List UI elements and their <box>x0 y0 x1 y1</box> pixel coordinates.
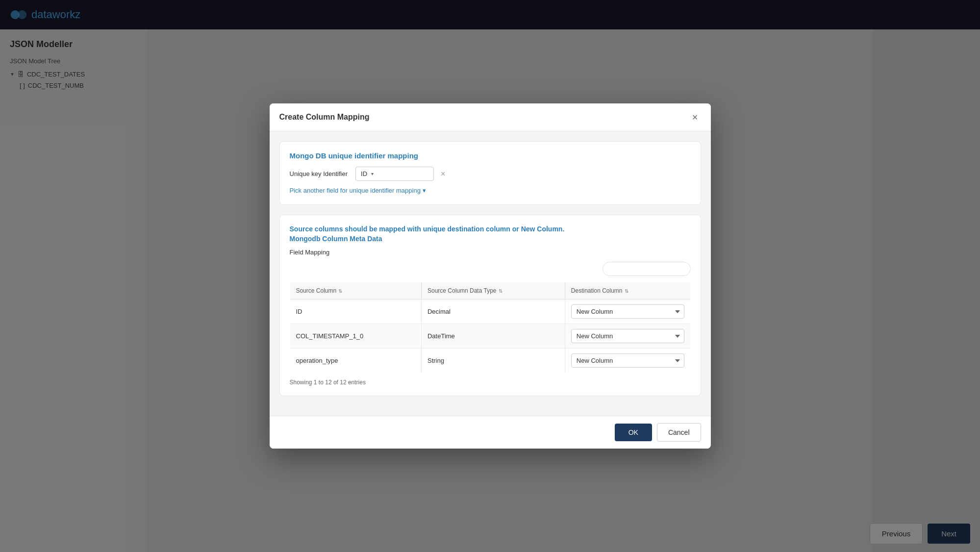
pick-another-arrow-icon: ▾ <box>423 187 426 194</box>
source-columns-subtitle: Source columns should be mapped with uni… <box>290 225 691 233</box>
unique-key-label: Unique key Identifier <box>290 170 348 177</box>
cancel-button[interactable]: Cancel <box>657 423 701 442</box>
col-header-type: Source Column Data Type ⇅ <box>421 282 565 300</box>
dialog-header: Create Column Mapping × <box>270 103 711 131</box>
clear-identifier-button[interactable]: × <box>438 169 448 179</box>
source-col-id: ID <box>290 300 421 324</box>
col-header-dest: Destination Column ⇅ <box>565 282 690 300</box>
source-col-timestamp: COL_TIMESTAMP_1_0 <box>290 324 421 349</box>
search-bar-container <box>290 262 691 276</box>
dest-col-0: New Column Existing Column <box>565 300 690 324</box>
field-mapping-table: Source Column ⇅ Source Column Data Type … <box>290 282 691 373</box>
source-columns-card: Source columns should be mapped with uni… <box>279 215 701 396</box>
dialog-close-button[interactable]: × <box>689 111 701 123</box>
dest-select-0[interactable]: New Column Existing Column <box>571 304 684 319</box>
dest-select-1[interactable]: New Column Existing Column <box>571 329 684 343</box>
sort-icon-source: ⇅ <box>338 288 342 294</box>
field-mapping-search[interactable] <box>603 262 691 276</box>
pick-another-text: Pick another field for unique identifier… <box>290 187 421 194</box>
table-row: ID Decimal New Column Existing Column <box>290 300 690 324</box>
field-mapping-label: Field Mapping <box>290 249 691 256</box>
col-header-source: Source Column ⇅ <box>290 282 421 300</box>
showing-entries-text: Showing 1 to 12 of 12 entries <box>290 379 691 386</box>
table-body: ID Decimal New Column Existing Column CO… <box>290 300 690 373</box>
dialog-body: Mongo DB unique identifier mapping Uniqu… <box>270 131 711 416</box>
type-col-decimal: Decimal <box>421 300 565 324</box>
dest-select-2[interactable]: New Column Existing Column <box>571 353 684 368</box>
dialog-title: Create Column Mapping <box>279 113 370 122</box>
pick-another-link[interactable]: Pick another field for unique identifier… <box>290 187 426 194</box>
mongodb-meta-title: Mongodb Column Meta Data <box>290 235 691 243</box>
table-row: COL_TIMESTAMP_1_0 DateTime New Column Ex… <box>290 324 690 349</box>
mongo-identifier-card: Mongo DB unique identifier mapping Uniqu… <box>279 141 701 205</box>
ok-button[interactable]: OK <box>615 424 652 441</box>
sort-icon-dest: ⇅ <box>625 288 628 294</box>
sort-icon-type: ⇅ <box>499 288 503 294</box>
id-select-value: ID <box>361 170 367 177</box>
type-col-datetime: DateTime <box>421 324 565 349</box>
type-col-string: String <box>421 349 565 373</box>
dest-col-2: New Column Existing Column <box>565 349 690 373</box>
table-row: operation_type String New Column Existin… <box>290 349 690 373</box>
id-select-arrow-icon: ▾ <box>371 171 374 176</box>
mongo-identifier-title: Mongo DB unique identifier mapping <box>290 151 691 160</box>
dialog-overlay: Create Column Mapping × Mongo DB unique … <box>0 0 980 552</box>
id-select-wrapper: ID ▾ × <box>355 167 448 181</box>
unique-key-row: Unique key Identifier ID ▾ × <box>290 167 691 181</box>
dialog-footer: OK Cancel <box>270 416 711 449</box>
table-header: Source Column ⇅ Source Column Data Type … <box>290 282 690 300</box>
id-select-dropdown[interactable]: ID ▾ <box>355 167 434 181</box>
create-column-mapping-dialog: Create Column Mapping × Mongo DB unique … <box>270 103 711 449</box>
source-col-optype: operation_type <box>290 349 421 373</box>
dest-col-1: New Column Existing Column <box>565 324 690 349</box>
